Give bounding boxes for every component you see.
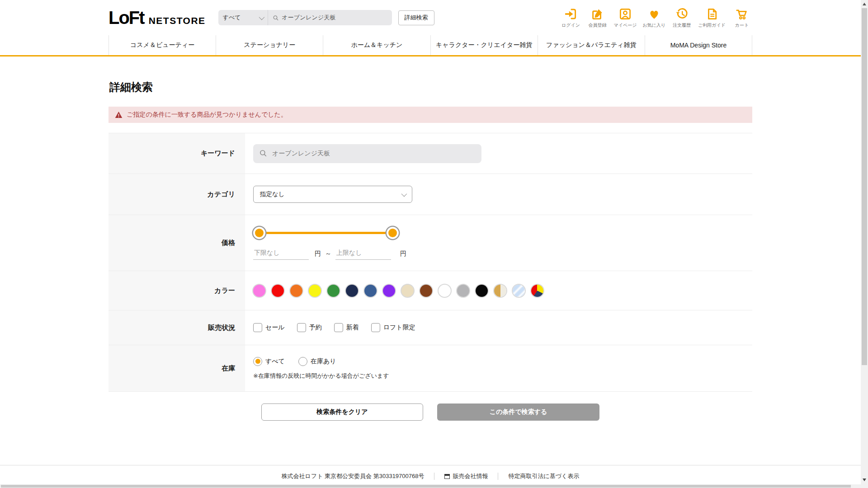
nav-item-fashion[interactable]: ファッション＆バラエティ雑貨	[538, 35, 645, 55]
header-search-bar: すべて	[218, 10, 392, 25]
radio-unselected-icon	[298, 357, 307, 366]
search-submit-button[interactable]: この条件で検索する	[437, 404, 599, 421]
color-swatch-pink[interactable]	[253, 285, 265, 297]
loft-logo[interactable]: LoFt NETSTORE	[108, 8, 206, 28]
register-label: 会員登録	[588, 22, 606, 28]
checkbox-icon	[297, 323, 306, 332]
cart-button[interactable]: カート	[731, 7, 752, 28]
favorites-label: お気に入り	[642, 22, 665, 28]
keyword-label: キーワード	[108, 133, 245, 174]
color-swatch-orange[interactable]	[290, 285, 302, 297]
color-swatch-brown[interactable]	[420, 285, 432, 297]
color-swatch-navy[interactable]	[346, 285, 358, 297]
nav-item-cosme[interactable]: コスメ＆ビューティー	[108, 35, 216, 55]
price-range-slider[interactable]	[253, 227, 399, 239]
no-results-alert: ご指定の条件に一致する商品が見つかりませんでした。	[108, 107, 752, 123]
logo-loft-text: LoFt	[108, 8, 144, 28]
stock-row: 在庫 すべて 在庫あり ※在庫情報の反映に時間がかかる場合がございます	[108, 345, 752, 392]
clear-conditions-button[interactable]: 検索条件をクリア	[261, 404, 423, 421]
order-history-button[interactable]: 注文履歴	[671, 7, 692, 28]
footer-legal-link[interactable]: 特定商取引法に基づく表示	[508, 472, 579, 480]
register-icon	[590, 7, 604, 21]
search-category-dropdown[interactable]: すべて	[218, 10, 268, 25]
color-swatch-purple[interactable]	[383, 285, 395, 297]
checkbox-icon	[371, 323, 380, 332]
slider-handle-min[interactable]	[253, 227, 265, 239]
color-swatch-gray[interactable]	[457, 285, 469, 297]
color-swatch-green[interactable]	[327, 285, 340, 297]
vertical-scrollbar-thumb[interactable]	[862, 8, 867, 365]
nav-item-home-kitchen[interactable]: ホーム＆キッチン	[323, 35, 430, 55]
register-button[interactable]: 会員登録	[587, 7, 608, 28]
guide-button[interactable]: ご利用ガイド	[698, 7, 726, 28]
horizontal-scrollbar[interactable]	[0, 484, 868, 488]
color-swatch-multicolor[interactable]	[531, 285, 543, 297]
price-min-input[interactable]	[253, 248, 309, 260]
scroll-down-arrow-icon[interactable]	[863, 479, 866, 481]
footer-company-info-link[interactable]: 販売会社情報	[444, 472, 488, 480]
radio-in-stock-label: 在庫あり	[311, 357, 336, 366]
slider-track	[259, 232, 393, 234]
window-icon	[444, 474, 450, 479]
price-unit-min: 円	[315, 250, 321, 258]
sales-status-label: 販売状況	[108, 310, 245, 345]
category-select[interactable]: 指定なし	[253, 186, 412, 203]
vertical-scrollbar[interactable]	[861, 0, 868, 484]
chevron-down-icon	[401, 191, 407, 197]
category-row: カテゴリ 指定なし	[108, 174, 752, 215]
checkbox-reservation[interactable]: 予約	[297, 323, 322, 332]
color-swatch-clear[interactable]	[513, 285, 525, 297]
checkbox-sale[interactable]: セール	[253, 323, 285, 332]
main-content: 詳細検索 ご指定の条件に一致する商品が見つかりませんでした。 キーワード	[108, 80, 752, 421]
color-swatch-beige[interactable]	[401, 285, 414, 297]
footer-divider	[498, 473, 498, 480]
checkbox-new[interactable]: 新着	[334, 323, 359, 332]
slider-handle-max[interactable]	[387, 227, 399, 239]
cart-icon	[735, 7, 749, 21]
cart-label: カート	[735, 22, 749, 28]
login-button[interactable]: ログイン	[560, 7, 581, 28]
search-icon	[259, 149, 267, 157]
checkbox-loft-exclusive[interactable]: ロフト限定	[371, 323, 415, 332]
logo-netstore-text: NETSTORE	[149, 15, 206, 26]
category-nav: コスメ＆ビューティー ステーショナリー ホーム＆キッチン キャラクター・クリエイ…	[0, 35, 861, 56]
nav-item-stationery[interactable]: ステーショナリー	[216, 35, 323, 55]
page: LoFt NETSTORE すべて 詳細検索	[0, 0, 861, 484]
stock-label: 在庫	[108, 345, 245, 391]
login-label: ログイン	[561, 22, 580, 28]
checkbox-icon	[334, 323, 343, 332]
page-title: 詳細検索	[109, 80, 752, 94]
color-swatch-blue[interactable]	[364, 285, 377, 297]
color-swatch-gold-silver[interactable]	[494, 285, 506, 297]
price-label: 価格	[108, 215, 245, 271]
color-label: カラー	[108, 271, 245, 310]
color-swatch-white[interactable]	[439, 285, 451, 297]
mypage-label: マイページ	[613, 22, 637, 28]
radio-in-stock[interactable]: 在庫あり	[298, 357, 336, 366]
color-swatch-black[interactable]	[476, 285, 488, 297]
color-swatches	[253, 285, 752, 297]
stock-note: ※在庫情報の反映に時間がかかる場合がございます	[253, 372, 752, 380]
heart-icon	[647, 7, 661, 21]
horizontal-scrollbar-thumb[interactable]	[1, 485, 851, 488]
favorites-button[interactable]: お気に入り	[642, 7, 665, 28]
login-icon	[564, 7, 577, 21]
scroll-up-arrow-icon[interactable]	[863, 3, 866, 5]
color-swatch-yellow[interactable]	[309, 285, 321, 297]
advanced-search-button[interactable]: 詳細検索	[398, 10, 434, 25]
color-swatch-red[interactable]	[272, 285, 284, 297]
footer: 株式会社ロフト 東京都公安委員会 第303319700768号 販売会社情報 特…	[0, 465, 861, 484]
radio-all[interactable]: すべて	[253, 357, 285, 366]
header-search-input[interactable]	[282, 14, 387, 21]
checkbox-loft-exclusive-label: ロフト限定	[383, 324, 415, 332]
nav-item-character[interactable]: キャラクター・クリエイター雑貨	[430, 35, 538, 55]
nav-item-moma[interactable]: MoMA Design Store	[645, 35, 752, 55]
footer-divider	[434, 473, 434, 480]
mypage-button[interactable]: マイページ	[613, 7, 637, 28]
guide-icon	[705, 7, 719, 21]
price-max-input[interactable]	[335, 248, 391, 260]
header: LoFt NETSTORE すべて 詳細検索	[108, 0, 752, 35]
keyword-input[interactable]	[253, 144, 481, 163]
search-field-wrap	[268, 14, 392, 21]
checkbox-new-label: 新着	[346, 324, 359, 332]
